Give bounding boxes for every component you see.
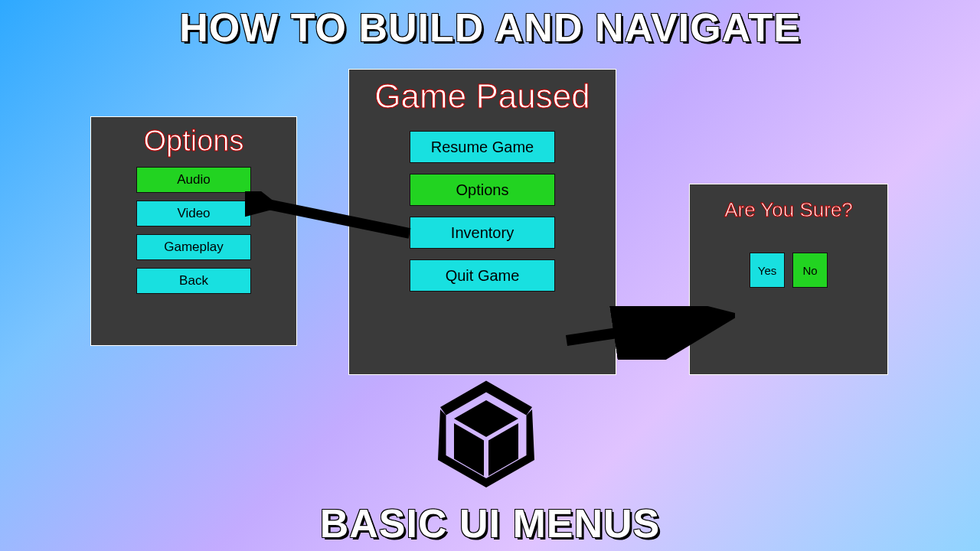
unity-icon — [429, 375, 544, 490]
options-panel: Options Audio Video Gameplay Back — [90, 116, 297, 346]
options-back-button[interactable]: Back — [136, 268, 251, 294]
quit-game-button[interactable]: Quit Game — [410, 259, 555, 292]
pause-title: Game Paused — [374, 77, 590, 116]
pause-panel: Game Paused Resume Game Options Inventor… — [348, 69, 616, 375]
options-title: Options — [144, 125, 244, 158]
options-gameplay-button[interactable]: Gameplay — [136, 234, 251, 260]
inventory-button[interactable]: Inventory — [410, 217, 555, 249]
title-bottom: BASIC UI MENUS — [0, 500, 980, 546]
confirm-yes-button[interactable]: Yes — [750, 253, 785, 288]
confirm-title: Are You Sure? — [724, 198, 853, 222]
title-top: HOW TO BUILD AND NAVIGATE — [0, 5, 980, 51]
options-video-button[interactable]: Video — [136, 201, 251, 227]
resume-game-button[interactable]: Resume Game — [410, 131, 555, 163]
confirm-panel: Are You Sure? Yes No — [689, 184, 888, 375]
options-button[interactable]: Options — [410, 174, 555, 206]
options-audio-button[interactable]: Audio — [136, 167, 251, 193]
confirm-no-button[interactable]: No — [792, 253, 828, 288]
